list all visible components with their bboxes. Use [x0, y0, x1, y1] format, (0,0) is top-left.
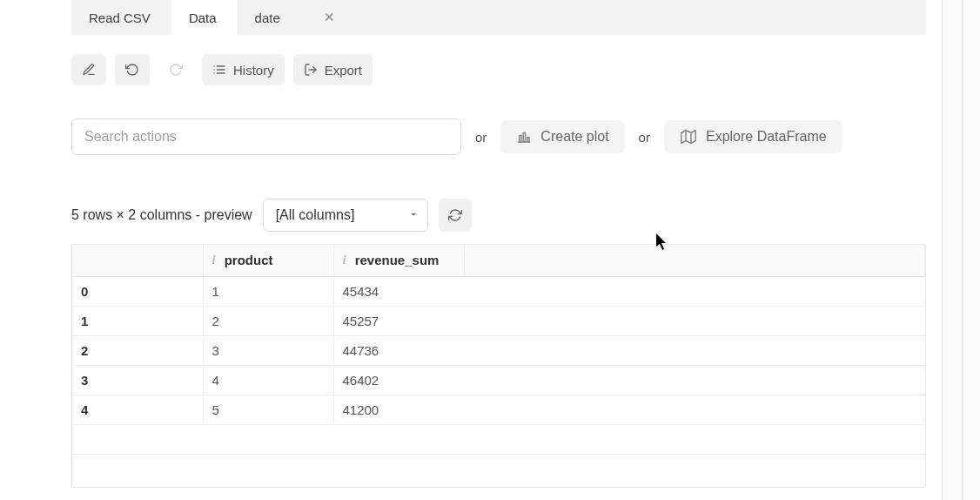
- create-plot-button[interactable]: Create plot: [500, 120, 624, 153]
- cell-spacer: [464, 276, 925, 306]
- column-name: product: [225, 253, 273, 267]
- table-row-empty: [72, 454, 925, 483]
- table-row-empty: [72, 424, 925, 454]
- history-button[interactable]: History: [202, 54, 285, 85]
- or-text: or: [475, 130, 487, 145]
- column-header-product[interactable]: i product: [203, 245, 333, 276]
- row-index: 2: [72, 335, 203, 365]
- cell-product: 1: [203, 276, 333, 306]
- data-table: i product i revenue_sum 0: [72, 245, 925, 483]
- info-icon[interactable]: i: [343, 253, 346, 267]
- redo-button: [158, 54, 193, 85]
- tab-label: Data: [189, 10, 217, 25]
- preview-meta-row: 5 rows × 2 columns - preview [All column…: [71, 199, 472, 232]
- preview-summary: 5 rows × 2 columns - preview: [71, 207, 252, 223]
- close-icon[interactable]: ✕: [324, 10, 335, 25]
- or-text: or: [639, 130, 650, 145]
- table-row: 2 3 44736: [72, 335, 925, 365]
- table-row: 0 1 45434: [72, 276, 925, 306]
- export-label: Export: [325, 63, 362, 78]
- row-index: 4: [72, 395, 203, 424]
- search-input[interactable]: [71, 118, 461, 155]
- column-filter-select[interactable]: [All columns]: [263, 199, 428, 232]
- svg-rect-10: [527, 138, 529, 142]
- pencil-icon: [82, 63, 96, 77]
- export-button[interactable]: Export: [293, 54, 373, 85]
- column-header-revenue-sum[interactable]: i revenue_sum: [333, 245, 464, 276]
- cell-spacer: [464, 335, 925, 365]
- cell-spacer: [464, 306, 925, 335]
- column-header-spacer: [464, 245, 925, 276]
- cell-product: 2: [203, 306, 333, 335]
- tab-label: date: [255, 10, 280, 25]
- tab-data[interactable]: Data: [171, 0, 238, 35]
- tab-date[interactable]: date ✕: [238, 0, 356, 35]
- undo-button[interactable]: [115, 54, 150, 85]
- tab-bar: Read CSV Data date ✕: [71, 0, 926, 35]
- cell-spacer: [464, 365, 925, 395]
- svg-marker-11: [681, 131, 696, 144]
- column-name: revenue_sum: [355, 253, 440, 267]
- cell-revenue-sum: 41200: [333, 395, 464, 424]
- undo-icon: [125, 63, 139, 77]
- caret-down-icon: [408, 207, 419, 223]
- redo-icon: [169, 63, 183, 77]
- table-header-row: i product i revenue_sum: [72, 245, 925, 276]
- cell-product: 4: [203, 365, 333, 395]
- cell-product: 3: [203, 335, 333, 365]
- explore-dataframe-label: Explore DataFrame: [706, 129, 827, 145]
- action-row: or Create plot or Explore DataFrame: [71, 118, 842, 155]
- cell-revenue-sum: 44736: [333, 335, 464, 365]
- row-index: 3: [72, 365, 203, 395]
- edit-button[interactable]: [71, 54, 106, 85]
- tab-read-csv[interactable]: Read CSV: [71, 0, 171, 35]
- bar-chart-icon: [516, 129, 532, 145]
- cell-revenue-sum: 45434: [333, 276, 464, 306]
- refresh-icon: [448, 208, 462, 222]
- cell-spacer: [464, 395, 925, 424]
- row-index: 1: [72, 306, 203, 335]
- tab-label: Read CSV: [89, 10, 151, 25]
- row-index: 0: [72, 276, 203, 306]
- info-icon[interactable]: i: [212, 253, 216, 267]
- history-label: History: [233, 63, 274, 78]
- table-row: 3 4 46402: [72, 365, 925, 395]
- splitter-handle[interactable]: [962, 0, 963, 500]
- map-icon: [680, 129, 697, 145]
- list-icon: [212, 63, 226, 77]
- right-panel-gutter: [942, 0, 980, 500]
- svg-rect-9: [524, 133, 526, 143]
- data-table-container: i product i revenue_sum 0: [71, 244, 926, 488]
- svg-rect-8: [520, 136, 521, 143]
- toolbar: History Export: [71, 54, 373, 85]
- cell-revenue-sum: 46402: [333, 365, 464, 395]
- table-row: 1 2 45257: [72, 306, 925, 335]
- index-header: [72, 245, 203, 276]
- explore-dataframe-button[interactable]: Explore DataFrame: [664, 120, 842, 153]
- cell-product: 5: [203, 395, 333, 424]
- column-filter-selected: [All columns]: [276, 207, 355, 223]
- cell-revenue-sum: 45257: [333, 306, 464, 335]
- export-icon: [304, 63, 318, 77]
- create-plot-label: Create plot: [540, 129, 608, 145]
- refresh-button[interactable]: [439, 199, 472, 232]
- table-row: 4 5 41200: [72, 395, 925, 424]
